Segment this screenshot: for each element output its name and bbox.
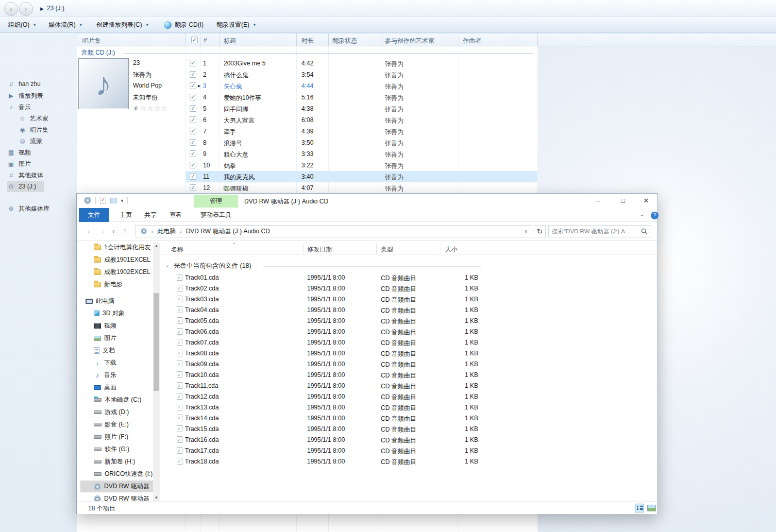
tree-item-3D 对象[interactable]: 3D 对象	[80, 307, 153, 319]
tree-item-游戏 (D:)[interactable]: 游戏 (D:)	[80, 406, 153, 418]
track-checkbox[interactable]	[190, 150, 196, 157]
wmp-back-button[interactable]: ‹	[4, 2, 18, 16]
up-icon[interactable]: ↑	[123, 227, 127, 235]
address-dropdown-icon[interactable]: ∨	[524, 229, 528, 234]
file-row[interactable]: Track05.cda1995/1/1 8:00CD 音频曲目1 KB	[161, 316, 646, 327]
column-header-唱片集[interactable]: 唱片集	[82, 37, 101, 45]
new-folder-icon[interactable]	[110, 198, 117, 203]
file-column-大小[interactable]: 大小	[445, 245, 458, 254]
tree-item-1会计电算化用友[interactable]: 1会计电算化用友	[80, 243, 153, 253]
wmp-menu-1[interactable]: 组织(O)▼	[4, 17, 41, 33]
file-row[interactable]: Track14.cda1995/1/1 8:00CD 音频曲目1 KB	[161, 413, 646, 424]
column-divider[interactable]	[441, 244, 441, 254]
column-divider[interactable]	[200, 33, 200, 46]
sidebar-item-流派[interactable]: ◎流派	[19, 135, 75, 147]
tree-scrollbar[interactable]: ▲ ▼	[153, 243, 160, 501]
file-row[interactable]: Track16.cda1995/1/1 8:00CD 音频曲目1 KB	[161, 435, 646, 445]
recent-locations-dropdown-icon[interactable]: ∨	[112, 229, 115, 234]
track-row[interactable]: 11我的麦克风3:40张善为	[185, 171, 537, 182]
file-column-名称[interactable]: 名称	[171, 245, 183, 254]
search-input[interactable]: 搜索"DVD RW 驱动器 (J:) A...	[548, 225, 651, 237]
column-divider[interactable]	[220, 33, 220, 46]
collapse-group-icon[interactable]: ⌄	[165, 262, 170, 268]
tab-主页[interactable]: 主页	[115, 208, 136, 222]
file-row[interactable]: Track18.cda1995/1/1 8:00CD 音频曲目1 KB	[161, 456, 646, 467]
track-row[interactable]: 12咖喱辣椒4:07张善为	[185, 182, 537, 194]
column-header-#[interactable]: #	[204, 37, 207, 44]
file-column-类型[interactable]: 类型	[381, 245, 393, 254]
tree-item-此电脑[interactable]: 此电脑	[80, 295, 153, 307]
album-rating[interactable]: ☆☆☆☆☆ ★	[133, 104, 174, 112]
track-checkbox[interactable]	[190, 94, 196, 100]
track-row[interactable]: 12003Give me 54:42张善为	[185, 58, 537, 69]
sidebar-item-han zhu[interactable]: ♫han zhu	[7, 78, 64, 90]
file-row[interactable]: Track15.cda1995/1/1 8:00CD 音频曲目1 KB	[161, 424, 646, 435]
help-icon[interactable]: ?	[651, 212, 659, 219]
large-icons-view-button[interactable]	[647, 505, 656, 511]
tree-item-软件 (G:)[interactable]: 软件 (G:)	[80, 443, 153, 455]
track-row[interactable]: 9粗心大意3:33张善为	[185, 148, 537, 160]
tree-item-成教1901EXCEL[interactable]: 成教1901EXCEL	[80, 254, 153, 266]
album-title[interactable]: 23	[133, 59, 140, 66]
details-view-button[interactable]	[635, 504, 644, 512]
tree-item-影音 (E:)[interactable]: 影音 (E:)	[80, 419, 153, 431]
column-divider[interactable]	[459, 33, 459, 46]
file-row[interactable]: Track03.cda1995/1/1 8:00CD 音频曲目1 KB	[161, 294, 646, 305]
column-divider[interactable]	[185, 33, 186, 46]
tree-item-下载[interactable]: ↓下载	[80, 357, 153, 369]
sidebar-item-音乐[interactable]: ♪音乐	[7, 101, 64, 113]
file-row[interactable]: Track01.cda1995/1/1 8:00CD 音频曲目1 KB	[161, 272, 646, 283]
wmp-menu-5[interactable]: 翻录设置(E)▼	[212, 17, 261, 33]
track-checkbox[interactable]	[190, 184, 196, 191]
track-checkbox[interactable]	[190, 116, 196, 123]
file-row[interactable]: Track11.cda1995/1/1 8:00CD 音频曲目1 KB	[161, 381, 646, 391]
column-divider[interactable]	[376, 244, 377, 254]
track-checkbox[interactable]	[190, 128, 196, 134]
file-row[interactable]: Track04.cda1995/1/1 8:00CD 音频曲目1 KB	[161, 305, 646, 316]
customize-toolbar-dropdown-icon[interactable]: ▾	[121, 199, 123, 202]
search-icon[interactable]	[641, 228, 648, 235]
wmp-forward-button[interactable]: ›	[19, 2, 33, 16]
tree-item-照片 (F:)[interactable]: 照片 (F:)	[80, 431, 153, 443]
tree-item-文档[interactable]: 文档	[80, 345, 153, 356]
tree-item-DVD RW 驱动器[interactable]: DVD RW 驱动器	[80, 493, 153, 501]
forward-icon[interactable]: →	[98, 227, 106, 235]
collapse-ribbon-icon[interactable]: ⌄	[640, 212, 644, 217]
refresh-button[interactable]: ↻	[534, 225, 546, 237]
column-divider[interactable]	[328, 33, 329, 46]
tree-item-成教1902EXCEL[interactable]: 成教1902EXCEL	[80, 266, 153, 278]
track-row[interactable]: ▶3失心疯4:44张善为	[185, 80, 537, 92]
back-icon[interactable]: ←	[86, 227, 93, 235]
address-bar[interactable]: › 此电脑 › DVD RW 驱动器 (J:) Audio CD ∨	[136, 225, 532, 237]
tree-item-DVD RW 驱动器[interactable]: DVD RW 驱动器	[80, 480, 153, 492]
track-row[interactable]: 6大男人宣言6:08张善为	[185, 114, 537, 126]
column-header-翻录状态[interactable]: 翻录状态	[332, 37, 357, 45]
sidebar-item-23 (J:)[interactable]: ⊙23 (J:)	[7, 181, 44, 192]
properties-icon[interactable]	[100, 197, 106, 204]
tab-文件[interactable]: 文件	[79, 208, 109, 222]
file-row[interactable]: Track07.cda1995/1/1 8:00CD 音频曲目1 KB	[161, 337, 646, 348]
track-checkbox[interactable]	[190, 60, 196, 66]
track-checkbox[interactable]	[190, 105, 196, 112]
album-artist[interactable]: 张善为	[133, 71, 151, 79]
file-row[interactable]: Track10.cda1995/1/1 8:00CD 音频曲目1 KB	[161, 370, 646, 381]
tree-item-ORICO快速盘 (I:)[interactable]: ORICO快速盘 (I:)	[80, 468, 153, 480]
select-all-checkbox[interactable]	[191, 37, 198, 43]
scrollbar-thumb[interactable]	[154, 293, 159, 391]
track-row[interactable]: 7牵手4:39张善为	[185, 126, 537, 137]
track-checkbox[interactable]	[190, 173, 196, 180]
tree-item-新加卷 (H:)[interactable]: 新加卷 (H:)	[80, 456, 153, 468]
close-button[interactable]: ✕	[635, 194, 657, 208]
track-row[interactable]: 10鹤拳3:22张善为	[185, 160, 537, 171]
file-row[interactable]: Track12.cda1995/1/1 8:00CD 音频曲目1 KB	[161, 391, 646, 402]
column-header-作曲者[interactable]: 作曲者	[463, 37, 481, 45]
column-divider[interactable]	[296, 33, 297, 46]
column-header-参与创作的艺术家[interactable]: 参与创作的艺术家	[385, 37, 434, 45]
tree-item-音乐[interactable]: ♪音乐	[80, 369, 153, 381]
track-row[interactable]: 8浪漫号3:50张善为	[185, 137, 537, 148]
column-header-标题[interactable]: 标题	[224, 37, 236, 45]
tab-驱动器工具[interactable]: 驱动器工具	[194, 208, 238, 222]
breadcrumb-drive[interactable]: DVD RW 驱动器 (J:) Audio CD	[186, 227, 270, 236]
track-checkbox[interactable]	[190, 139, 196, 146]
breadcrumb-this-pc[interactable]: 此电脑	[157, 227, 176, 236]
